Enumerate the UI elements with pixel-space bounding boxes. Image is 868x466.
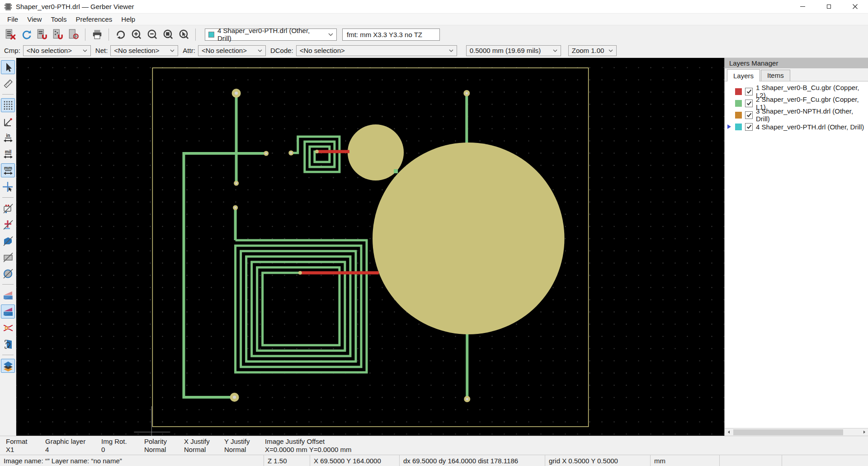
layer-visibility-checkbox[interactable] <box>745 88 753 95</box>
main-area: in mil mm <box>0 58 868 436</box>
check-icon <box>746 113 752 118</box>
zoom-in-button[interactable] <box>129 28 143 42</box>
toolbar-separator <box>85 29 85 41</box>
field-label: Img Rot. <box>101 437 127 446</box>
units-mm-icon: mm <box>2 165 14 176</box>
stacked-mode-icon <box>2 306 14 318</box>
attr-label: Attr: <box>183 47 195 54</box>
gerber-canvas[interactable] <box>16 58 724 436</box>
chevron-down-icon <box>83 49 87 52</box>
reload-icon <box>20 29 32 40</box>
layer-color-swatch[interactable] <box>735 88 742 95</box>
menu-view[interactable]: View <box>23 14 46 24</box>
maximize-icon <box>826 4 831 9</box>
status-relative-position: dx 69.5000 dy 164.0000 dist 178.1186 <box>400 455 545 466</box>
menu-preferences[interactable]: Preferences <box>71 14 117 24</box>
grid-size-value: 0.5000 mm (19.69 mils) <box>470 47 541 54</box>
ruler-icon <box>2 78 14 90</box>
layer-color-swatch[interactable] <box>735 124 742 130</box>
sketch-lines-button[interactable] <box>1 218 15 232</box>
scrollbar-thumb[interactable] <box>733 429 843 435</box>
show-dcodes-button[interactable] <box>1 266 15 281</box>
layers-manager-tabs: Layers Items <box>725 68 868 81</box>
cmp-label: Cmp: <box>4 47 20 54</box>
polar-coords-button[interactable] <box>1 114 15 128</box>
sheet-origin-marker <box>134 406 170 436</box>
open-drill-file-button[interactable] <box>51 28 65 42</box>
measure-tool-button[interactable] <box>1 76 15 90</box>
units-inches-button[interactable]: in <box>1 131 15 145</box>
status-zoom: Z 1.50 <box>264 455 310 466</box>
check-icon <box>746 101 752 106</box>
layer-color-swatch[interactable] <box>735 100 742 107</box>
scroll-left-button[interactable] <box>725 428 732 436</box>
layer-visibility-checkbox[interactable] <box>745 123 753 131</box>
menu-tools[interactable]: Tools <box>46 14 71 24</box>
scroll-right-button[interactable] <box>860 428 868 436</box>
menu-help[interactable]: Help <box>117 14 140 24</box>
net-select[interactable]: <No selection> <box>110 45 178 56</box>
field-label: Y Justify <box>224 437 250 446</box>
units-mm-button[interactable]: mm <box>1 163 15 177</box>
close-button[interactable] <box>842 0 868 13</box>
current-layer-arrow-icon <box>727 124 732 129</box>
layer-row-current[interactable]: 4 Shaper_ver0-PTH.drl (Other, Drill) <box>725 121 868 133</box>
negative-objects-icon <box>2 322 14 334</box>
status-cursor-position: X 69.5000 Y 164.0000 <box>310 455 400 466</box>
select-tool-button[interactable] <box>1 60 15 74</box>
show-source-button[interactable] <box>1 337 15 351</box>
horizontal-scrollbar[interactable] <box>725 428 868 436</box>
zoom-level-select[interactable]: Zoom 1.00 <box>568 45 617 56</box>
page-limits-button[interactable] <box>1 250 15 264</box>
active-layer-select[interactable]: 4 Shaper_ver0-PTH.drl (Other, Drill) <box>205 29 337 41</box>
zoom-fit-icon <box>162 29 174 40</box>
cursor-shape-button[interactable] <box>1 180 15 194</box>
attr-select[interactable]: <No selection> <box>198 45 266 56</box>
field-label: X Justify <box>184 437 210 446</box>
grid-dots-icon <box>2 100 14 111</box>
maximize-button[interactable] <box>816 0 842 13</box>
left-toolbar: in mil mm <box>0 58 16 436</box>
layer-visibility-checkbox[interactable] <box>745 111 753 119</box>
zoom-out-button[interactable] <box>145 28 159 42</box>
mode-transparency-button[interactable] <box>1 288 15 302</box>
dcode-select[interactable]: <No selection> <box>296 45 457 56</box>
cmp-select[interactable]: <No selection> <box>23 45 91 56</box>
active-layer-value: 4 Shaper_ver0-PTH.drl (Other, Drill) <box>217 27 325 42</box>
clear-all-layers-button[interactable] <box>3 28 17 42</box>
zoom-redraw-button[interactable] <box>113 28 127 42</box>
net-label: Net: <box>95 47 108 54</box>
grid-toggle-button[interactable] <box>1 98 15 112</box>
chevron-down-icon <box>170 49 175 52</box>
zoom-selection-button[interactable] <box>177 28 191 42</box>
open-job-file-button[interactable] <box>66 28 80 42</box>
reload-all-layers-button[interactable] <box>19 28 33 42</box>
layer-color-swatch[interactable] <box>735 112 742 119</box>
dcode-value: <No selection> <box>300 47 345 54</box>
current-layer-arrow-icon <box>727 89 732 94</box>
tab-layers[interactable]: Layers <box>727 69 760 81</box>
mode-stacked-button[interactable] <box>1 304 15 319</box>
minimize-button[interactable] <box>789 0 816 13</box>
field-value: Normal <box>224 446 250 454</box>
chevron-down-icon <box>449 49 453 52</box>
cursor-arrow-icon <box>2 62 14 73</box>
menu-file[interactable]: File <box>3 14 23 24</box>
sketch-flashed-items-button[interactable] <box>1 201 15 215</box>
layers-manager-toggle-button[interactable] <box>1 359 15 373</box>
close-icon <box>853 4 858 9</box>
field-label: Graphic layer <box>45 437 85 446</box>
grid-size-select[interactable]: 0.5000 mm (19.69 mils) <box>466 45 561 56</box>
layer-row[interactable]: 3 Shaper_ver0-NPTH.drl (Other, Drill) <box>725 109 868 121</box>
tab-items[interactable]: Items <box>761 70 790 81</box>
units-mils-button[interactable]: mil <box>1 147 15 161</box>
sketch-polygons-button[interactable] <box>1 234 15 248</box>
ghost-negative-objects-button[interactable] <box>1 321 15 335</box>
zoom-out-icon <box>146 29 158 40</box>
source-file-icon <box>2 338 14 350</box>
print-button[interactable] <box>90 28 104 42</box>
sketch-flashed-icon <box>2 203 14 214</box>
layer-visibility-checkbox[interactable] <box>745 100 753 107</box>
zoom-fit-button[interactable] <box>161 28 175 42</box>
open-gerber-file-button[interactable] <box>35 28 49 42</box>
